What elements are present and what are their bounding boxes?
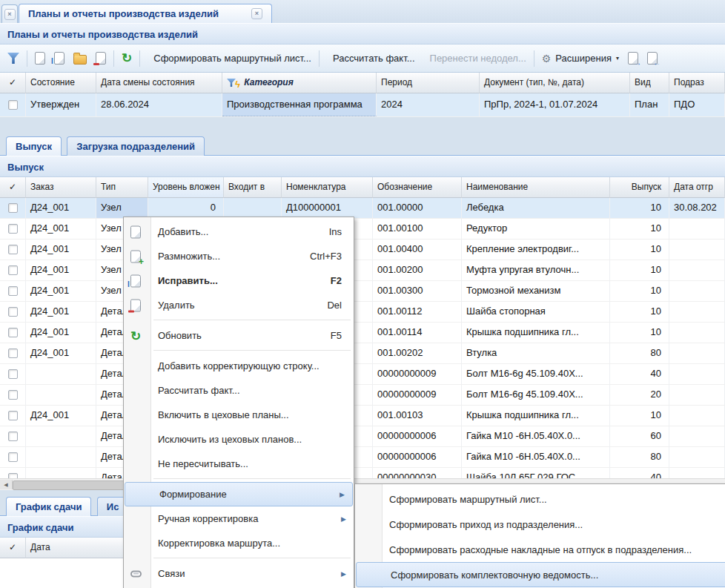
- column-header-division[interactable]: Подраз: [669, 73, 725, 93]
- menu-include-shop-plans[interactable]: Включить в цеховые планы... ▶: [124, 403, 354, 427]
- row-checkbox[interactable]: [0, 260, 26, 280]
- form-route-sheet-button[interactable]: Сформировать маршрутный лист... ▾: [143, 48, 316, 69]
- doc-new-icon: [130, 225, 141, 238]
- column-header-parent[interactable]: Входит в: [224, 177, 282, 198]
- cell-output-qty: 80: [610, 447, 669, 467]
- table-row[interactable]: Д24_001 Детал 001.00103 Крышка подшипник…: [0, 406, 725, 426]
- close-tabs-button[interactable]: ×: [1, 4, 18, 24]
- row-checkbox[interactable]: [0, 343, 26, 363]
- cell-output-qty: 60: [610, 426, 669, 446]
- calc-fact-button[interactable]: Рассчитать факт... ▾: [322, 48, 420, 69]
- table-row[interactable]: Детал 00000000006 Гайка М10 -6Н.05.40Х.0…: [0, 447, 725, 468]
- checkbox-icon: [8, 369, 18, 379]
- table-row[interactable]: Д24_001 Узел 001.00400 Крепление электро…: [0, 240, 725, 260]
- table-row[interactable]: Д24_001 Узел 001.00100 Редуктор 10: [0, 219, 725, 240]
- menu-links[interactable]: Связи ▶: [124, 561, 354, 586]
- row-checkbox[interactable]: [0, 406, 26, 426]
- cell-division: ПДО: [669, 93, 725, 116]
- cell-ship-date: [669, 281, 725, 301]
- row-checkbox[interactable]: [0, 385, 26, 405]
- edit-button[interactable]: ▾: [50, 48, 69, 69]
- cell-name: Крышка подшипника гл...: [462, 406, 610, 426]
- menu-add-correction-row[interactable]: Добавить корректирующую строку... ▶: [124, 354, 354, 378]
- table-row[interactable]: Утвержден 28.06.2024 Производственная пр…: [0, 93, 725, 117]
- table-row[interactable]: Детал 00000000006 Гайка М10 -6Н.05.40Х.0…: [0, 426, 725, 447]
- column-header-kind[interactable]: Вид: [630, 73, 669, 93]
- delete-button[interactable]: ▾: [91, 48, 110, 69]
- open-button[interactable]: ▾: [69, 48, 91, 69]
- filter-button[interactable]: ▾: [3, 48, 24, 69]
- row-checkbox[interactable]: [0, 240, 26, 260]
- column-header-ship-date[interactable]: Дата отгр: [669, 177, 725, 198]
- row-checkbox[interactable]: [0, 323, 26, 343]
- tab-division-load[interactable]: Загрузка подразделений: [67, 136, 205, 156]
- row-checkbox[interactable]: [0, 426, 26, 446]
- menu-formation[interactable]: Формирование ▶: [125, 482, 353, 506]
- close-icon[interactable]: ×: [251, 8, 262, 19]
- context-menu: Добавить... Ins ▶ Размножить... Ctrl+F3 …: [123, 217, 354, 588]
- export-doc-button[interactable]: ▾: [623, 48, 643, 69]
- move-undone-button[interactable]: Перенести недодел... ▾: [420, 48, 531, 69]
- column-header-nesting-level[interactable]: Уровень вложен: [148, 177, 224, 198]
- doc-new-icon: [35, 52, 45, 65]
- cell-order: Д24_001: [26, 323, 96, 343]
- tab-delivery-schedule[interactable]: График сдачи: [6, 497, 91, 516]
- column-header-type[interactable]: Тип: [96, 177, 148, 198]
- column-header-state-date[interactable]: Дата смены состояния: [96, 73, 222, 93]
- table-row[interactable]: Д24_001 Детал 001.00114 Крышка подшипник…: [0, 323, 725, 343]
- column-header-name[interactable]: Наименование: [462, 177, 610, 198]
- row-checkbox[interactable]: [0, 364, 26, 384]
- menu-refresh[interactable]: Обновить F5 ▶: [124, 323, 354, 348]
- column-header-document[interactable]: Документ (тип, №, дата): [480, 73, 630, 93]
- submenu-form-expense-invoices[interactable]: Сформировать расходные накладные на отпу…: [355, 537, 725, 562]
- cell-order: [26, 364, 96, 384]
- submenu-form-route-sheet[interactable]: Сформировать маршрутный лист...: [355, 486, 725, 512]
- menu-manual-correction[interactable]: Ручная корректировка ▶: [124, 506, 354, 531]
- cell-output-qty: 10: [610, 240, 669, 260]
- row-checkbox[interactable]: [0, 302, 26, 322]
- table-row[interactable]: Детал 00000000009 Болт М16-6g 45.109.40Х…: [0, 364, 725, 385]
- column-header-nomenclature[interactable]: Номенклатура: [282, 177, 373, 198]
- cell-output-qty: 10: [610, 260, 669, 280]
- menu-duplicate[interactable]: Размножить... Ctrl+F3 ▶: [124, 244, 354, 268]
- cell-ship-date: [669, 364, 725, 384]
- column-header-output-qty[interactable]: Выпуск: [610, 177, 669, 198]
- table-row[interactable]: Д24_001 Узел 001.00300 Тормозной механиз…: [0, 281, 725, 302]
- table-row[interactable]: Д24_001 Детал 001.00112 Шайба стопорная …: [0, 302, 725, 323]
- table-row[interactable]: Д24_001 Узел 001.00200 Муфта упругая вту…: [0, 260, 725, 281]
- column-header-period[interactable]: Период: [377, 73, 480, 93]
- column-header-check[interactable]: ✓: [0, 538, 26, 558]
- submenu-form-kit-list[interactable]: Сформировать комплектовочную ведомость..…: [356, 562, 725, 587]
- table-row[interactable]: Детал 00000000009 Болт М16-6g 45.109.40Х…: [0, 385, 725, 406]
- row-checkbox[interactable]: [0, 198, 26, 218]
- menu-calc-fact[interactable]: Рассчитать факт... ▶: [124, 378, 354, 403]
- submenu-form-receipt-from-division[interactable]: Сформировать приход из подразделения...: [355, 512, 725, 537]
- scroll-left-button[interactable]: ◀: [0, 480, 13, 489]
- row-checkbox[interactable]: [0, 93, 26, 116]
- menu-route-correction[interactable]: Корректировка маршрута... ▶: [124, 531, 354, 555]
- column-header-state[interactable]: Состояние: [26, 73, 96, 93]
- column-header-check[interactable]: ✓: [0, 177, 26, 198]
- cell-designation: 00000000006: [373, 447, 462, 467]
- menu-no-recalc[interactable]: Не пересчитывать... ▶: [124, 452, 354, 476]
- cell-output-qty: 20: [610, 385, 669, 405]
- row-checkbox[interactable]: [0, 281, 26, 301]
- column-header-check[interactable]: ✓: [0, 73, 26, 93]
- column-header-designation[interactable]: Обозначение: [373, 177, 462, 198]
- menu-delete[interactable]: Удалить Del ▶: [124, 293, 354, 317]
- column-header-category[interactable]: ϟ Категория: [222, 73, 377, 93]
- table-row[interactable]: Д24_001 Детал 001.00202 Втулка 80: [0, 343, 725, 364]
- import-doc-button[interactable]: ▾: [643, 48, 662, 69]
- refresh-button[interactable]: ▾: [117, 48, 136, 69]
- menu-exclude-shop-plans[interactable]: Исключить из цеховых планов... ▶: [124, 427, 354, 452]
- row-checkbox[interactable]: [0, 219, 26, 239]
- column-header-order[interactable]: Заказ: [26, 177, 96, 198]
- tab-plans-reports[interactable]: Планы и отчеты производства изделий ×: [19, 4, 272, 23]
- menu-add[interactable]: Добавить... Ins ▶: [124, 219, 354, 244]
- row-checkbox[interactable]: [0, 447, 26, 467]
- extensions-button[interactable]: Расширения ▾: [537, 48, 623, 69]
- table-row[interactable]: Д24_001 Узел 0 Д100000001 001.00000 Лебе…: [0, 198, 725, 219]
- add-button[interactable]: ▾: [30, 48, 50, 69]
- menu-edit[interactable]: Исправить... F2 ▶: [124, 268, 354, 293]
- tab-output[interactable]: Выпуск: [6, 136, 62, 156]
